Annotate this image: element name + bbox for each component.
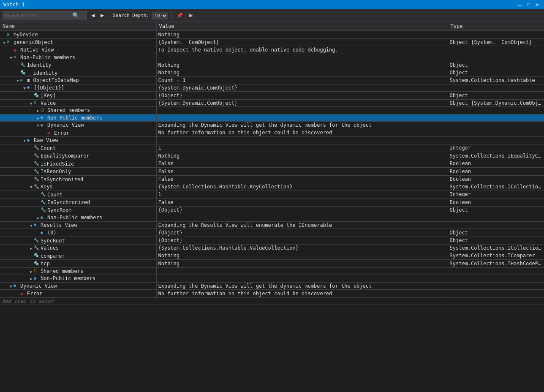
table-row[interactable]: 🔧IdentityNothingObject xyxy=(0,61,544,69)
table-row[interactable]: ▼🔧Keys{System.Collections.Hashtable.KeyC… xyxy=(0,183,544,191)
obj-icon: ◉ xyxy=(41,215,46,221)
table-row[interactable]: ▼◉Dynamic ViewExpanding the Dynamic View… xyxy=(0,122,544,129)
table-row[interactable]: ▼◉Dynamic ViewExpanding the Dynamic View… xyxy=(0,282,544,290)
collapse-button[interactable]: ▼ xyxy=(29,185,34,190)
table-row[interactable]: 🔩comparerNothingSystem.Collections.IComp… xyxy=(0,252,544,260)
collapse-button[interactable]: ▼ xyxy=(8,284,14,289)
expand-button[interactable]: ▶ xyxy=(29,246,34,251)
table-row[interactable]: 🔩[Key]{Object}Object xyxy=(0,92,544,100)
table-row[interactable]: ⚙myDeviceNothing xyxy=(0,31,544,39)
table-row[interactable]: ▼⚙Non-Public members xyxy=(0,54,544,61)
cell-type: Boolean xyxy=(448,199,544,207)
cell-name: 🔩__identity xyxy=(0,69,156,77)
table-row[interactable]: 🔧IsSynchronizedFalseBoolean xyxy=(0,199,544,207)
cell-type xyxy=(448,290,544,298)
table-row[interactable]: ▶🔧Values{System.Collections.Hashtable.Va… xyxy=(0,245,544,252)
cell-value: No further information on this object co… xyxy=(156,290,448,298)
collapse-button[interactable]: ▼ xyxy=(2,40,7,45)
table-row[interactable]: 🔧EqualityComparerNothingSystem.Collectio… xyxy=(0,152,544,160)
search-input[interactable] xyxy=(3,13,71,18)
table-row[interactable]: ▼⚙Value{System.Dynamic.ComObject}Object … xyxy=(0,99,544,107)
table-row[interactable]: 🔩__identityNothingObject xyxy=(0,69,544,77)
table-row[interactable]: ▼◉[{Object}]{System.Dynamic.ComObject} xyxy=(0,84,544,92)
toolbar-separator xyxy=(109,12,109,19)
row-name-text: Shared members xyxy=(47,107,90,113)
table-row[interactable]: 🔧SyncRoot{Object}Object xyxy=(0,206,544,214)
cell-type xyxy=(448,282,544,290)
row-name-text: IsFixedSize xyxy=(41,161,74,167)
close-button[interactable]: ✕ xyxy=(533,2,541,8)
nav-back-button[interactable]: ◀ xyxy=(90,12,96,19)
maximize-button[interactable]: □ xyxy=(525,2,532,8)
cell-name: ⊗Native View xyxy=(0,46,156,54)
no-expander xyxy=(15,70,20,75)
table-row[interactable]: ▶⬡Shared members xyxy=(0,267,544,275)
collapse-button[interactable]: ▼ xyxy=(8,55,14,60)
search-box[interactable]: 🔍 xyxy=(3,11,87,20)
cell-name: 🔩hcp xyxy=(0,260,156,268)
table-row[interactable]: 🔩hcpNothingSystem.Collections.IHashCodeP… xyxy=(0,260,544,268)
table-row[interactable]: ▶⬡Shared members xyxy=(0,107,544,114)
expand-button[interactable]: ▶ xyxy=(35,116,41,121)
collapse-button[interactable]: ▼ xyxy=(22,86,27,91)
cell-value xyxy=(156,137,448,144)
field-icon: 🔩 xyxy=(34,261,40,267)
add-item-row[interactable]: Add item to watch xyxy=(0,297,544,305)
pin-button[interactable]: 📌 xyxy=(175,12,185,19)
table-row[interactable]: 🔧IsSynchronizedFalseBoolean xyxy=(0,175,544,183)
table-row[interactable]: ▼⚙m_ObjectToDataMapCount = 1System.Colle… xyxy=(0,77,544,84)
row-name-text: Raw View xyxy=(34,137,58,143)
add-item-cell[interactable]: Add item to watch xyxy=(0,297,544,305)
cell-value: Nothing xyxy=(156,31,448,39)
no-expander xyxy=(35,199,41,204)
table-row[interactable]: 🔧Count1Integer xyxy=(0,191,544,199)
table-row[interactable]: ⊗ErrorNo further information on this obj… xyxy=(0,129,544,137)
expand-button[interactable]: ▶ xyxy=(35,108,41,113)
expand-button[interactable]: ▶ xyxy=(29,269,34,274)
collapse-button[interactable]: ▼ xyxy=(22,138,27,143)
cell-value: {System.Collections.Hashtable.ValueColle… xyxy=(156,245,448,252)
property-icon: 🔧 xyxy=(34,177,40,182)
row-name-text: Count xyxy=(41,145,56,151)
table-row[interactable]: 🔧Count1Integer xyxy=(0,144,544,152)
expand-button[interactable]: ▶ xyxy=(29,276,34,281)
cell-name: 🔧IsSynchronized xyxy=(0,199,156,207)
collapse-button[interactable]: ▼ xyxy=(29,101,34,106)
cell-type xyxy=(448,31,544,39)
col-header-value: Value xyxy=(156,22,448,31)
minimize-button[interactable]: — xyxy=(516,2,524,8)
table-row[interactable]: 🔧SyncRoot{Object}Object xyxy=(0,237,544,245)
row-name-text: Error xyxy=(27,291,42,297)
property-icon: 🔧 xyxy=(34,161,40,167)
cell-value: {Object} xyxy=(156,206,448,214)
watch-window: Watch 1 — □ ✕ 🔍 ◀ ▶ Search Depth: 10 5 2… xyxy=(0,0,544,392)
table-row[interactable]: ▶◉Non-Public members xyxy=(0,114,544,122)
table-row[interactable]: ▼◉Raw View xyxy=(0,137,544,144)
table-row[interactable]: 🔧IsFixedSizeFalseBoolean xyxy=(0,160,544,168)
search-depth-select[interactable]: 10 5 20 xyxy=(152,12,168,19)
property-icon: 🔧 xyxy=(20,63,26,68)
collapse-button[interactable]: ▼ xyxy=(29,223,34,228)
table-row[interactable]: ▼⚙genericObject{System.__ComObject}Objec… xyxy=(0,38,544,46)
cell-type xyxy=(448,267,544,275)
table-row[interactable]: ▼◉Results ViewExpanding the Results View… xyxy=(0,221,544,229)
search-icon-button[interactable]: 🔍 xyxy=(71,12,81,19)
table-row[interactable]: ◉(0){Object}Object xyxy=(0,229,544,237)
collapse-button[interactable]: ▼ xyxy=(35,123,41,128)
watch-table-container[interactable]: Name Value Type ⚙myDeviceNothing▼⚙generi… xyxy=(0,22,544,392)
table-row[interactable]: ▶◉Non-Public members xyxy=(0,275,544,283)
collapse-button[interactable]: ▼ xyxy=(15,78,20,83)
expand-all-button[interactable]: ⊞ xyxy=(187,12,194,19)
error-icon: ⊗ xyxy=(14,47,19,53)
cell-type xyxy=(448,84,544,92)
table-row[interactable]: ⊗ErrorNo further information on this obj… xyxy=(0,290,544,298)
nav-forward-button[interactable]: ▶ xyxy=(99,12,106,19)
expand-button[interactable]: ▶ xyxy=(35,215,41,220)
wrench-icon: ⚙ xyxy=(14,54,19,60)
table-row[interactable]: ▶◉Non-Public members xyxy=(0,214,544,222)
cell-type: Object xyxy=(448,229,544,237)
table-row[interactable]: ⊗Native ViewTo inspect the native object… xyxy=(0,46,544,54)
cell-type xyxy=(448,275,544,283)
cell-name: 🔧IsSynchronized xyxy=(0,175,156,183)
table-row[interactable]: 🔧IsReadOnlyFalseBoolean xyxy=(0,168,544,176)
